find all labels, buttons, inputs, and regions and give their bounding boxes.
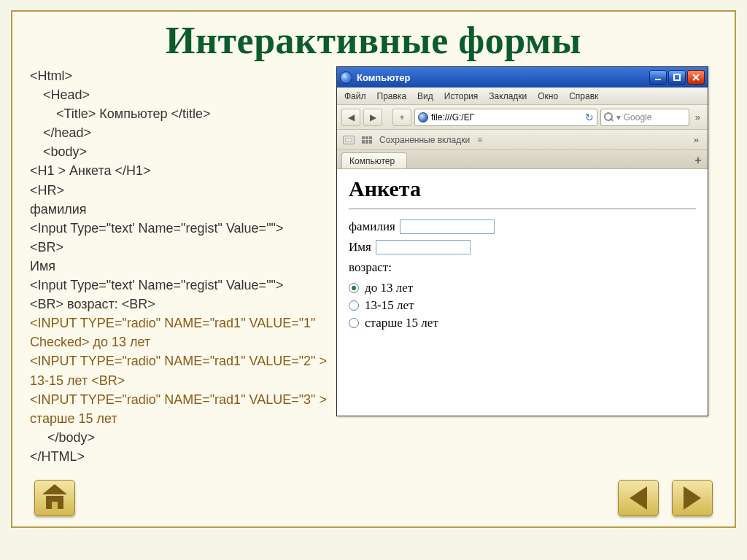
grid-icon[interactable] [362,136,372,144]
browser-window: Компьютер Файл Правка Вид История Заклад… [336,66,708,416]
new-tab-button[interactable]: + [392,109,411,126]
radio-under13[interactable] [349,283,359,293]
minimize-button[interactable] [649,70,667,85]
menu-edit[interactable]: Правка [377,91,407,101]
slide-nav [12,480,735,516]
forward-button[interactable]: ▶ [363,109,382,126]
svg-rect-0 [655,79,661,80]
menu-bookmarks[interactable]: Закладки [489,91,527,101]
surname-input[interactable] [400,219,495,234]
menu-view[interactable]: Вид [417,91,433,101]
slide-frame: Интерактивные формы <Html> <Head> <Title… [11,10,736,528]
radio-13-15-label: 13-15 лет [365,298,414,313]
code-line: <INPUT TYPE="radio" NAME="rad1" VALUE="1… [30,314,329,351]
add-tab-button[interactable]: + [689,152,708,168]
reload-icon[interactable]: ↻ [585,112,594,123]
menu-file[interactable]: Файл [344,91,366,101]
search-box[interactable]: ▾ Google [600,109,689,126]
next-slide-button[interactable] [672,480,713,516]
code-line: <HR> [30,181,329,200]
maximize-button[interactable] [668,70,686,85]
code-line: <body> [30,142,329,161]
home-button[interactable] [34,480,75,516]
url-bar[interactable]: file:///G:/ЕГ ↻ [414,109,597,126]
search-icon [604,112,614,122]
back-button[interactable]: ◀ [341,109,360,126]
bookmarks-overflow[interactable]: » [691,134,702,145]
age-label: возраст: [349,260,392,275]
library-icon[interactable] [343,136,355,144]
name-input[interactable] [376,240,471,254]
menu-bar: Файл Правка Вид История Закладки Окно Сп… [337,88,708,105]
nav-toolbar: ◀ ▶ + file:///G:/ЕГ ↻ ▾ Google » [337,105,708,130]
menu-help[interactable]: Справк [569,91,598,101]
menu-window[interactable]: Окно [538,91,558,101]
radio-13-15[interactable] [349,300,359,311]
code-line: </HTML> [30,447,329,466]
code-line: <BR> [30,238,329,257]
bookmarks-bar: Сохраненные вкладки ≡ » [337,130,708,150]
code-line: <INPUT TYPE="radio" NAME="rad1" VALUE="2… [30,351,329,389]
radio-under13-label: до 13 лет [365,281,413,295]
code-line: <BR> возраст: <BR> [30,295,329,314]
menu-history[interactable]: История [444,91,479,101]
page-heading: Анкета [349,176,696,201]
radio-over15[interactable] [349,318,359,328]
globe-icon [418,112,428,122]
code-line: Имя [30,257,329,276]
code-line: <Title> Компьютер </title> [30,104,329,123]
code-listing: <Html> <Head> <Title> Компьютер </title>… [30,66,329,466]
search-placeholder: ▾ [616,112,621,122]
code-line: <INPUT TYPE="radio" NAME="rad1" VALUE="3… [30,390,329,428]
name-label: Имя [349,240,371,254]
saved-tabs-marker: ≡ [477,135,482,145]
divider [349,209,696,209]
url-text: file:///G:/ЕГ [431,112,474,122]
code-line: </head> [30,123,329,142]
code-line: <Head> [30,85,329,104]
arrow-right-icon [684,486,701,510]
title-bar: Компьютер [337,67,708,88]
slide-title: Интерактивные формы [12,12,735,62]
code-line: </body> [30,428,329,447]
code-line: фамилия [30,200,329,219]
code-line: <Input Type="text' Name="regist" Value="… [30,219,329,238]
radio-dot-icon [352,286,356,290]
saved-tabs-label[interactable]: Сохраненные вкладки [379,135,470,145]
radio-over15-label: старше 15 лет [365,316,438,330]
home-icon [42,487,67,509]
toolbar-overflow[interactable]: » [692,112,703,122]
code-line: <Html> [30,66,329,85]
active-tab[interactable]: Компьютер [341,152,407,168]
window-title: Компьютер [357,72,649,83]
search-text: Google [624,112,652,122]
close-button[interactable] [687,70,705,85]
tab-strip: Компьютер + [337,150,708,169]
arrow-left-icon [630,486,647,510]
app-icon [340,71,352,84]
surname-label: фамилия [349,219,395,234]
prev-slide-button[interactable] [618,480,659,516]
svg-rect-1 [674,74,680,80]
code-line: <H1 > Анкета </H1> [30,161,329,180]
code-line: <Input Type="text' Name="regist" Value="… [30,276,329,295]
render-area: Анкета фамилия Имя возраст: до 13 лет [337,169,708,416]
